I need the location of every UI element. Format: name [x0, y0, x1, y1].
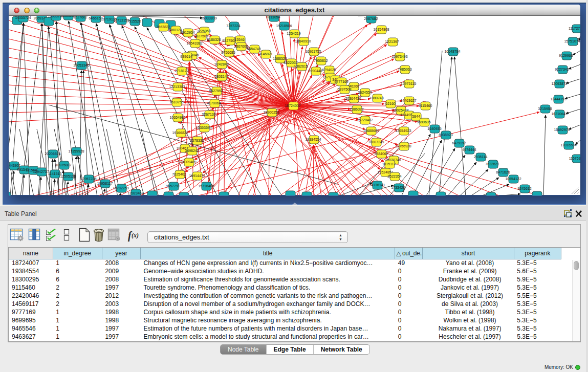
svg-text:1615112: 1615112 — [382, 162, 396, 166]
svg-text:9474444: 9474444 — [462, 148, 476, 151]
svg-text:939614: 939614 — [180, 55, 192, 58]
svg-text:10973493: 10973493 — [391, 55, 407, 58]
svg-text:9146821: 9146821 — [258, 52, 272, 56]
svg-text:16210643: 16210643 — [551, 112, 567, 116]
svg-text:8186328: 8186328 — [207, 38, 221, 41]
svg-text:10154808: 10154808 — [373, 28, 389, 31]
svg-text:5844: 5844 — [412, 115, 420, 118]
svg-text:1254219: 1254219 — [287, 32, 300, 35]
svg-text:10975887: 10975887 — [55, 163, 71, 167]
svg-text:29053346: 29053346 — [73, 63, 89, 67]
svg-text:8427552: 8427552 — [209, 89, 223, 93]
svg-text:8756685: 8756685 — [221, 51, 235, 54]
svg-text:7485063: 7485063 — [398, 68, 411, 71]
svg-text:1640935: 1640935 — [427, 127, 441, 130]
svg-text:12213383: 12213383 — [169, 85, 185, 89]
svg-text:1221397: 1221397 — [385, 40, 399, 43]
svg-text:18807249: 18807249 — [368, 140, 384, 144]
svg-text:84009489: 84009489 — [180, 160, 196, 164]
svg-text:9242848: 9242848 — [214, 62, 228, 66]
svg-text:11675331: 11675331 — [569, 157, 580, 160]
svg-text:(x): (x) — [132, 232, 139, 239]
svg-text:7955812: 7955812 — [314, 59, 328, 62]
svg-text:19384554: 19384554 — [305, 138, 321, 141]
svg-text:3498242: 3498242 — [185, 149, 199, 152]
svg-text:9245612: 9245612 — [517, 187, 531, 190]
svg-text:18724007: 18724007 — [285, 104, 300, 107]
svg-text:10958117: 10958117 — [97, 182, 113, 185]
svg-text:3578332: 3578332 — [190, 139, 204, 142]
svg-text:6794028: 6794028 — [322, 68, 336, 72]
svg-text:7357224: 7357224 — [226, 24, 240, 28]
svg-text:15353594: 15353594 — [195, 126, 211, 129]
svg-text:15546: 15546 — [234, 38, 245, 41]
svg-text:1362615: 1362615 — [294, 64, 308, 68]
svg-text:19166827: 19166827 — [172, 131, 188, 135]
svg-text:8938923: 8938923 — [439, 133, 452, 137]
svg-text:10654122: 10654122 — [505, 177, 521, 181]
svg-text:17016504: 17016504 — [560, 143, 576, 147]
svg-text:14055724: 14055724 — [15, 16, 31, 19]
svg-text:2718170: 2718170 — [175, 69, 188, 73]
svg-text:3267130: 3267130 — [202, 113, 215, 116]
svg-text:11172714: 11172714 — [569, 27, 580, 30]
svg-text:8454749: 8454749 — [247, 47, 260, 51]
svg-text:12444193: 12444193 — [550, 97, 566, 101]
svg-text:2803144: 2803144 — [214, 75, 228, 78]
svg-text:8660124: 8660124 — [168, 28, 182, 32]
svg-text:4170064: 4170064 — [207, 101, 221, 105]
svg-text:10654981: 10654981 — [169, 116, 185, 119]
svg-text:8322037: 8322037 — [284, 61, 297, 64]
svg-text:7515520: 7515520 — [127, 19, 141, 23]
svg-text:2935114: 2935114 — [474, 155, 488, 159]
svg-text:19218506: 19218506 — [276, 24, 292, 28]
svg-text:15716485: 15716485 — [198, 184, 214, 188]
svg-text:14463627: 14463627 — [400, 99, 416, 102]
svg-text:12942737: 12942737 — [33, 170, 49, 173]
svg-text:16033809: 16033809 — [201, 16, 216, 20]
svg-text:9657791: 9657791 — [166, 184, 180, 188]
svg-text:20364436: 20364436 — [345, 97, 361, 100]
svg-text:1610755: 1610755 — [169, 100, 183, 104]
svg-text:9129966: 9129966 — [559, 54, 573, 57]
svg-text:1527602: 1527602 — [73, 16, 87, 19]
svg-text:3215958: 3215958 — [538, 107, 552, 111]
svg-text:15692971: 15692971 — [554, 128, 570, 132]
svg-text:6990448: 6990448 — [308, 69, 322, 73]
svg-text:8813054: 8813054 — [266, 16, 280, 19]
svg-text:9699695: 9699695 — [417, 120, 430, 124]
svg-text:2367608: 2367608 — [234, 45, 248, 48]
svg-text:12505135: 12505135 — [60, 174, 76, 178]
svg-text:18640910: 18640910 — [295, 39, 311, 43]
svg-text:7386372: 7386372 — [350, 107, 363, 111]
svg-text:17359928: 17359928 — [68, 149, 84, 153]
svg-text:12923468: 12923468 — [127, 191, 143, 195]
svg-text:2522354: 2522354 — [387, 174, 401, 178]
svg-text:15720407: 15720407 — [357, 118, 373, 122]
svg-text:8912954: 8912954 — [181, 31, 194, 34]
svg-text:9227342: 9227342 — [555, 68, 569, 71]
svg-text:18900253: 18900253 — [263, 111, 279, 114]
svg-text:13654923: 13654923 — [395, 129, 411, 133]
svg-text:9777169: 9777169 — [334, 80, 348, 83]
svg-text:19756928: 19756928 — [395, 144, 411, 148]
svg-text:20206576: 20206576 — [45, 152, 60, 156]
svg-text:1443901: 1443901 — [9, 164, 21, 167]
svg-text:14136141: 14136141 — [369, 183, 385, 187]
svg-text:7625402: 7625402 — [172, 172, 186, 176]
svg-text:16782759: 16782759 — [113, 186, 128, 190]
svg-text:62160: 62160 — [385, 102, 396, 105]
svg-text:12093872: 12093872 — [551, 82, 567, 85]
svg-text:3624554: 3624554 — [358, 91, 372, 94]
svg-text:10688609: 10688609 — [363, 129, 379, 133]
svg-text:1588520: 1588520 — [273, 57, 287, 60]
svg-text:6479197: 6479197 — [452, 141, 466, 145]
svg-text:1080748: 1080748 — [369, 96, 383, 100]
svg-text:15751074: 15751074 — [564, 39, 580, 43]
svg-text:12975115: 12975115 — [401, 82, 417, 85]
svg-text:8471626: 8471626 — [496, 170, 510, 174]
svg-text:2087682: 2087682 — [364, 17, 378, 20]
svg-text:7632621: 7632621 — [485, 162, 499, 166]
svg-text:9384067: 9384067 — [374, 152, 388, 156]
svg-text:16648784: 16648784 — [444, 50, 460, 53]
